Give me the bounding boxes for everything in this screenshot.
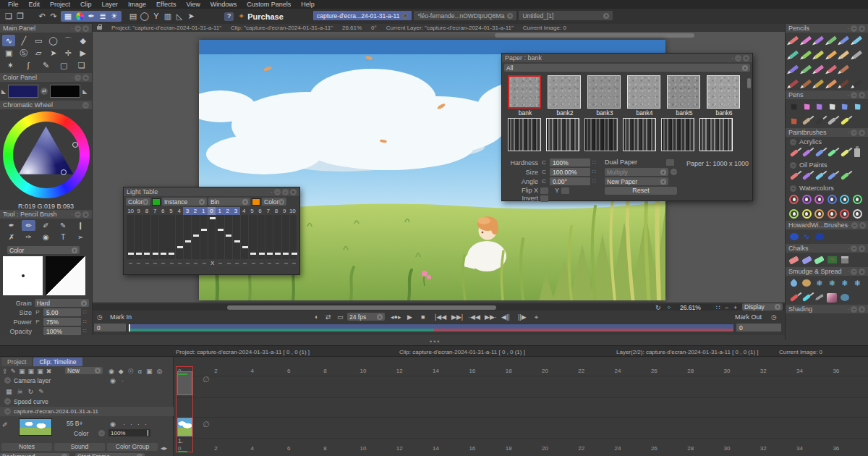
flip-x-checkbox[interactable]	[540, 187, 548, 194]
visibility-icon[interactable]: ◉	[109, 367, 114, 376]
export-icon[interactable]: ⇪	[2, 367, 8, 376]
brush-brush-icon[interactable]	[813, 114, 826, 127]
new-project-icon[interactable]: ❏	[3, 11, 14, 22]
speed-curve-label[interactable]: Speed curve	[14, 398, 48, 405]
pencil-brush-icon[interactable]	[813, 48, 826, 61]
splitter-handle-icon[interactable]: •••	[430, 338, 441, 345]
scrub-button[interactable]: ◂●▸	[391, 313, 401, 321]
scribble-brush-icon[interactable]: ∿	[826, 253, 839, 266]
brush-brush-icon[interactable]	[788, 146, 801, 159]
img-brush-icon[interactable]	[826, 291, 839, 304]
left-color-dropdown[interactable]: Color∨	[126, 198, 150, 206]
splitter[interactable]: •••	[0, 335, 868, 345]
spray-brush-icon[interactable]	[851, 146, 864, 159]
menu-clip[interactable]: Clip	[75, 1, 97, 8]
close-icon[interactable]: ×	[859, 222, 866, 229]
frame-number-8[interactable]: 8	[323, 368, 326, 374]
lt-frame-12[interactable]: 2	[224, 207, 231, 215]
zoom-out-button[interactable]: −	[725, 303, 728, 312]
pattern-tool[interactable]: ❏	[75, 59, 88, 71]
wave-brush-icon[interactable]: ∿	[801, 230, 814, 243]
pencil-brush-icon[interactable]	[788, 48, 801, 61]
fit-view-icon[interactable]: ⁘	[666, 303, 672, 312]
lt-frame-20[interactable]: 10	[289, 207, 297, 215]
close-icon[interactable]: ×	[859, 92, 865, 98]
flake-brush-icon[interactable]: ❄	[838, 276, 851, 290]
frame-number-12[interactable]: 12	[396, 445, 403, 452]
opacity-dash[interactable]	[144, 253, 150, 255]
paper-thumbnail-bank4[interactable]	[627, 75, 660, 109]
collapse-icon[interactable]: −	[851, 92, 857, 98]
pencil-brush-icon[interactable]	[813, 62, 826, 75]
frame-number-18[interactable]: 18	[506, 445, 512, 452]
pencil-tool[interactable]: ✏	[22, 220, 35, 231]
arc-tool[interactable]: ⌒	[61, 35, 75, 46]
frame-number-26[interactable]: 26	[651, 368, 658, 374]
opacity-dash[interactable]	[275, 253, 281, 255]
fill-tool[interactable]: ◉	[39, 232, 53, 242]
frame-number-16[interactable]: 16	[469, 368, 475, 374]
opacity-dash[interactable]	[185, 240, 191, 242]
mod-toggle[interactable]: C	[540, 178, 548, 185]
blob-brush-icon[interactable]	[838, 291, 851, 304]
wardrobe-icon[interactable]: Y	[150, 11, 162, 22]
refresh-icon[interactable]: ↻	[28, 387, 34, 396]
light-icon[interactable]: ☉	[128, 367, 134, 376]
speaker-icon[interactable]: ◖	[314, 313, 318, 321]
frame-number-26[interactable]: 26	[651, 445, 658, 452]
reset-button[interactable]: Reset	[605, 187, 677, 195]
instance-dropdown[interactable]: Instance∨	[162, 198, 207, 206]
warp-tool[interactable]: ✶	[4, 59, 17, 71]
new-paper-dropdown[interactable]: New Paper∨	[605, 177, 668, 185]
power-field[interactable]: 75%	[43, 318, 81, 326]
opacity-dash[interactable]	[128, 253, 134, 255]
paper-thumbnail-row2-4[interactable]	[661, 118, 694, 151]
pencil-brush-icon[interactable]	[851, 48, 864, 61]
scrollbar-handle[interactable]	[227, 305, 496, 310]
section-header-pens[interactable]: Pens·−×	[786, 90, 868, 99]
opacity-field[interactable]: 100%	[43, 327, 81, 335]
frame-number-30[interactable]: 30	[724, 445, 731, 452]
mechanical-tool[interactable]: ✗	[4, 232, 18, 242]
brush-brush-icon[interactable]	[813, 146, 826, 159]
alpha-icon[interactable]: α	[138, 367, 142, 376]
prev-frame-button[interactable]: ◀||	[501, 313, 510, 321]
minus-icon[interactable]: −	[98, 430, 105, 436]
ring-brush-icon[interactable]	[838, 193, 851, 206]
close-icon[interactable]: ×	[402, 13, 408, 19]
frame-number-24[interactable]: 24	[615, 445, 621, 452]
opacity-dash[interactable]	[193, 235, 199, 237]
drag-handle[interactable]: ∷	[83, 318, 87, 325]
close-icon[interactable]: ×	[82, 211, 89, 218]
brush-brush-icon[interactable]	[801, 114, 814, 127]
first-frame-button[interactable]: |◀◀	[435, 313, 446, 321]
brush-brush-icon[interactable]	[788, 169, 801, 182]
brush-brush-icon[interactable]	[826, 114, 839, 127]
frame-number-34[interactable]: 34	[796, 368, 803, 374]
pencil-brush-icon[interactable]	[813, 33, 826, 46]
draw-mode-dropdown[interactable]: Color ∨	[7, 246, 80, 254]
brush-brush-icon[interactable]	[838, 146, 851, 159]
lt-frame-7[interactable]: 3	[183, 207, 191, 215]
frame-number-6[interactable]: 6	[287, 368, 290, 374]
ring-brush-icon[interactable]	[838, 207, 851, 220]
paper-thumbnail-bank3[interactable]	[587, 75, 621, 109]
close-icon[interactable]: ×	[859, 130, 865, 136]
lt-frame-6[interactable]: 4	[175, 207, 183, 215]
collapse-icon[interactable]: −	[274, 189, 281, 195]
library-icon[interactable]: ▥	[162, 11, 174, 22]
close-icon[interactable]: ×	[82, 75, 89, 81]
menu-windows[interactable]: Windows	[205, 1, 242, 8]
right-color-dropdown[interactable]: Color∨	[262, 198, 286, 206]
frame-number-28[interactable]: 28	[687, 445, 694, 452]
pencil-brush-icon[interactable]	[851, 33, 864, 46]
frame-number-16[interactable]: 16	[469, 445, 475, 452]
bin-dropdown[interactable]: Bin∨	[208, 198, 250, 206]
lt-frame-8[interactable]: 2	[192, 207, 200, 215]
frame-number-6[interactable]: 6	[287, 445, 290, 452]
lt-frame-17[interactable]: 7	[264, 207, 272, 215]
freehand-tool[interactable]: ∿	[2, 35, 15, 46]
blob-brush-icon[interactable]	[801, 276, 814, 290]
add-layer-icon[interactable]: ▣	[19, 367, 25, 376]
frame-number-22[interactable]: 22	[578, 368, 584, 374]
